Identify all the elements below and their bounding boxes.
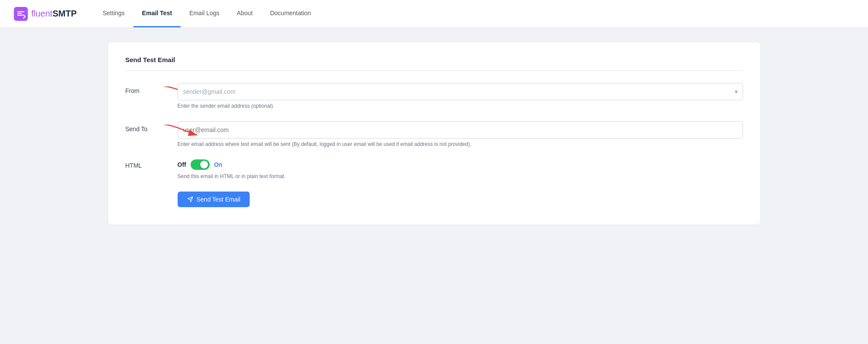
html-toggle-hint: Send this email in HTML or in plain text… bbox=[178, 173, 743, 179]
main-nav: Settings Email Test Email Logs About Doc… bbox=[94, 0, 320, 27]
nav-item-email-logs[interactable]: Email Logs bbox=[181, 0, 228, 27]
nav-item-about[interactable]: About bbox=[228, 0, 261, 27]
toggle-slider bbox=[191, 159, 210, 170]
from-control-wrapper: sender@gmail.com ▾ Enter the sender emai… bbox=[178, 83, 743, 109]
toggle-off-label: Off bbox=[178, 161, 186, 168]
nav-item-documentation[interactable]: Documentation bbox=[261, 0, 320, 27]
send-button-label: Send Test Email bbox=[197, 196, 241, 203]
from-row: From sender@gmail.com ▾ bbox=[125, 83, 743, 109]
logo-icon bbox=[14, 7, 28, 21]
card-title: Send Test Email bbox=[125, 56, 743, 71]
header: fluentSMTP Settings Email Test Email Log… bbox=[0, 0, 868, 28]
toggle-group: Off On bbox=[178, 159, 743, 170]
send-to-row: Send To Enter email address where test e… bbox=[125, 121, 743, 147]
send-to-control-wrapper: Enter email address where test email wil… bbox=[178, 121, 743, 147]
html-toggle-switch[interactable] bbox=[191, 159, 210, 170]
send-icon bbox=[187, 196, 193, 202]
from-select-wrapper: sender@gmail.com ▾ bbox=[178, 83, 743, 100]
html-toggle-row: HTML Off On Send this email in HTML or i… bbox=[125, 159, 743, 179]
main-content: Send Test Email From sender@gma bbox=[87, 28, 782, 239]
html-toggle-wrapper: Off On Send this email in HTML or in pla… bbox=[178, 159, 743, 179]
send-to-hint: Enter email address where test email wil… bbox=[178, 141, 743, 147]
send-test-email-card: Send Test Email From sender@gma bbox=[108, 42, 761, 225]
logo-text-smtp: SMTP bbox=[53, 9, 77, 19]
from-hint: Enter the sender email address (optional… bbox=[178, 103, 743, 109]
send-to-arrow-annotation bbox=[165, 125, 199, 140]
nav-item-email-test[interactable]: Email Test bbox=[133, 0, 181, 27]
send-to-input[interactable] bbox=[178, 121, 743, 139]
red-arrow-send-to bbox=[165, 125, 199, 139]
from-select[interactable]: sender@gmail.com bbox=[178, 83, 743, 100]
logo[interactable]: fluentSMTP bbox=[14, 0, 77, 27]
toggle-on-label: On bbox=[214, 161, 222, 168]
send-button-wrapper: Send Test Email bbox=[125, 192, 743, 207]
send-test-email-button[interactable]: Send Test Email bbox=[178, 192, 250, 207]
logo-text-fluent: fluent bbox=[31, 9, 53, 19]
nav-item-settings[interactable]: Settings bbox=[94, 0, 134, 27]
html-label: HTML bbox=[125, 159, 178, 169]
